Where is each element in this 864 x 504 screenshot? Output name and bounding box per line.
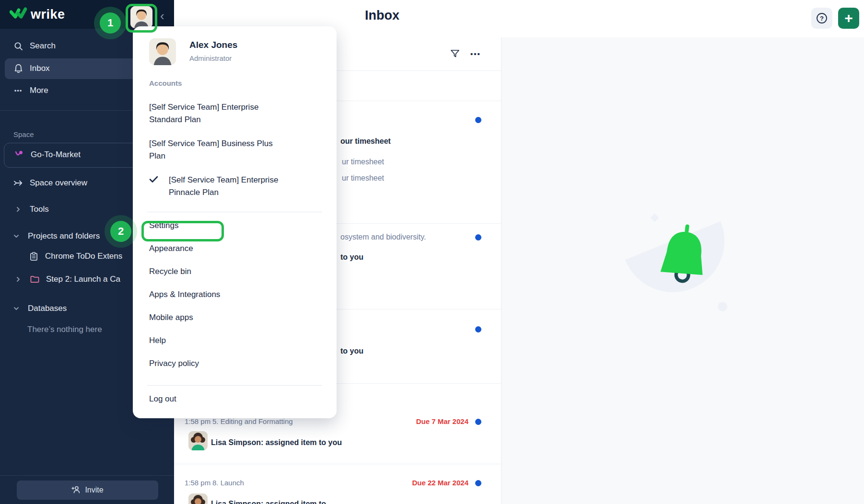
- space-section-label: Space: [13, 130, 34, 138]
- menu-item-privacy-policy[interactable]: Privacy policy: [149, 357, 199, 370]
- due-date: Due 7 Mar 2024: [416, 417, 468, 425]
- account-lines: [Self Service Team] Enterprise Pinnacle …: [169, 174, 278, 199]
- bell-icon: [13, 64, 23, 73]
- check-icon: [149, 176, 158, 185]
- notification-time: 1:58 pm: [185, 417, 210, 425]
- sidebar-item-label: Projects and folders: [28, 231, 100, 241]
- sidebar-item-step2-folder[interactable]: Step 2: Launch a Ca: [13, 275, 120, 284]
- more-icon: •••: [13, 87, 23, 94]
- notification-title[interactable]: our timesheet: [340, 137, 391, 146]
- sidebar-item-inbox-content[interactable]: Inbox: [13, 64, 50, 73]
- chevron-down-icon: [12, 306, 21, 311]
- account-line: Plan: [149, 150, 273, 162]
- list-divider: [174, 464, 501, 464]
- reading-pane: [501, 37, 864, 504]
- accounts-section-label: Accounts: [149, 79, 182, 87]
- unread-dot[interactable]: [475, 234, 481, 241]
- help-icon: ?: [816, 12, 828, 24]
- sidebar-item-label: Databases: [28, 304, 67, 313]
- invite-button[interactable]: Invite: [17, 481, 158, 500]
- unread-dot[interactable]: [475, 117, 481, 123]
- chevron-right-icon: [13, 206, 23, 212]
- sidebar-item-search[interactable]: Search: [13, 41, 56, 51]
- create-new-button[interactable]: +: [838, 8, 859, 29]
- filter-button[interactable]: [448, 47, 462, 60]
- invite-label: Invite: [85, 486, 103, 494]
- menu-item-appearance[interactable]: Appearance: [149, 242, 193, 255]
- help-button[interactable]: ?: [811, 8, 832, 29]
- decoration-dot: [718, 302, 727, 311]
- sidebar-item-tools[interactable]: Tools: [13, 205, 49, 214]
- unread-dot[interactable]: [475, 419, 481, 425]
- annotation-step-1: 1: [100, 12, 121, 34]
- notification-time: 1:58 pm: [185, 479, 210, 487]
- account-line: [Self Service Team] Enterprise: [169, 174, 278, 186]
- list-options-button[interactable]: •••: [469, 47, 482, 60]
- menu-item-recycle-bin[interactable]: Recycle bin: [149, 265, 191, 278]
- notification-line[interactable]: ur timesheet: [342, 157, 384, 167]
- menu-account-pinnacle[interactable]: [Self Service Team] Enterprise Pinnacle …: [149, 174, 278, 199]
- plus-icon: +: [844, 10, 853, 26]
- filter-icon: [450, 49, 460, 58]
- unread-dot[interactable]: [475, 480, 481, 486]
- menu-item-mobile-apps[interactable]: Mobile apps: [149, 311, 193, 324]
- sender-avatar: [188, 493, 208, 504]
- notification-task-title[interactable]: 5. Editing and Formatting: [212, 417, 293, 425]
- sidebar-item-label: Search: [30, 41, 56, 51]
- notification-title[interactable]: to you: [340, 252, 363, 262]
- sidebar-item-label: Tools: [30, 205, 49, 214]
- notification-line[interactable]: osystem and biodiversity.: [340, 232, 426, 242]
- sidebar-divider: [0, 475, 174, 476]
- annotation-highlight-avatar: [126, 4, 157, 33]
- menu-account-standard[interactable]: [Self Service Team] Enterprise Standard …: [149, 101, 258, 126]
- space-avatar-icon: [14, 150, 24, 159]
- app-window: wrike ‹ Search Inbox ••• Mor: [0, 0, 864, 504]
- wrike-logo-icon: [10, 7, 27, 22]
- unread-dot[interactable]: [475, 326, 481, 332]
- notification-message[interactable]: Lisa Simpson: assigned item to you: [211, 438, 342, 447]
- sidebar-item-label: Step 2: Launch a Ca: [46, 275, 120, 284]
- decoration-diamond: [650, 213, 659, 222]
- chevron-down-icon: [12, 233, 21, 239]
- notification-title[interactable]: to you: [340, 346, 363, 356]
- sidebar-item-label: Chrome ToDo Extens: [45, 252, 122, 261]
- profile-role: Administrator: [189, 54, 232, 62]
- due-date: Due 22 Mar 2024: [412, 479, 468, 487]
- empty-state-bell-icon: [656, 220, 712, 290]
- wrike-logo[interactable]: wrike: [10, 7, 65, 22]
- account-line: [Self Service Team] Business Plus: [149, 137, 273, 150]
- notification-message[interactable]: Lisa Simpson: assigned item to...: [211, 500, 332, 504]
- notification-line[interactable]: ur timesheet: [342, 173, 384, 183]
- task-list-icon: [29, 252, 38, 261]
- sidebar-item-space-overview[interactable]: Space overview: [13, 178, 87, 188]
- account-line: Standard Plan: [149, 114, 258, 126]
- notification-task-title[interactable]: 8. Launch: [212, 479, 244, 487]
- add-person-icon: [71, 485, 81, 495]
- menu-item-logout[interactable]: Log out: [149, 393, 176, 405]
- space-overview-icon: [13, 179, 23, 187]
- menu-account-business-plus[interactable]: [Self Service Team] Business Plus Plan: [149, 137, 273, 162]
- sidebar-item-databases[interactable]: Databases: [12, 304, 67, 313]
- sidebar-item-chrome-todo[interactable]: Chrome ToDo Extens: [29, 252, 122, 261]
- folder-icon: [30, 275, 39, 283]
- sidebar-item-projects[interactable]: Projects and folders: [12, 231, 100, 241]
- sidebar-item-label: Inbox: [30, 64, 50, 73]
- account-line: [Self Service Team] Enterprise: [149, 101, 258, 114]
- space-name: Go-To-Market: [31, 150, 81, 160]
- sidebar-item-more[interactable]: ••• More: [13, 86, 48, 95]
- profile-menu-avatar: [149, 38, 176, 65]
- menu-item-help[interactable]: Help: [149, 334, 166, 347]
- sidebar-item-label: More: [30, 86, 48, 95]
- annotation-step-2: 2: [110, 221, 131, 242]
- chevron-right-icon: [13, 276, 23, 282]
- menu-divider: [147, 212, 322, 212]
- svg-text:?: ?: [820, 15, 824, 22]
- menu-item-apps-integrations[interactable]: Apps & Integrations: [149, 288, 220, 301]
- profile-name: Alex Jones: [189, 40, 237, 50]
- space-go-to-market[interactable]: Go-To-Market: [14, 150, 81, 160]
- annotation-highlight-settings: [141, 221, 224, 241]
- wrike-logo-text: wrike: [31, 7, 65, 22]
- search-icon: [13, 42, 23, 51]
- databases-empty-text: There’s nothing here: [27, 325, 102, 334]
- collapse-sidebar-icon[interactable]: ‹: [160, 9, 164, 23]
